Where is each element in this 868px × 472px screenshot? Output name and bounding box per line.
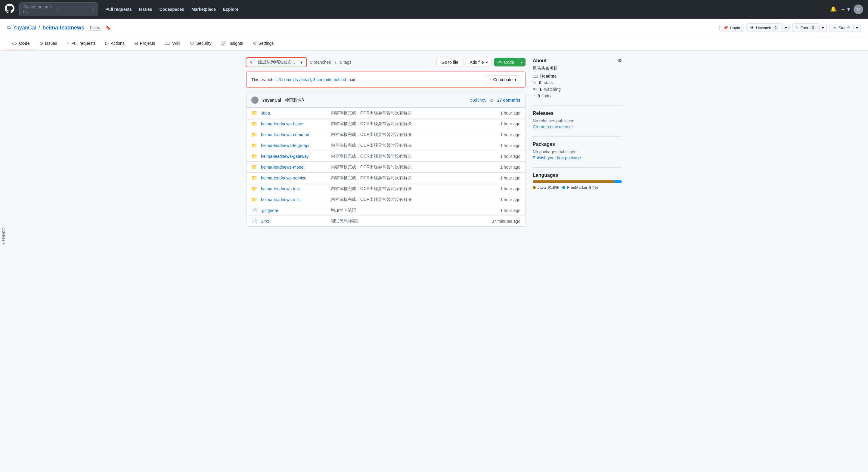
tab-settings[interactable]: ⚙ Settings xyxy=(248,37,279,50)
tab-projects[interactable]: ⊞ Projects xyxy=(129,37,160,50)
tab-pr-label: Pull requests xyxy=(71,41,96,46)
sidebar-releases-title: Releases xyxy=(533,111,622,116)
octotree-panel[interactable]: Octotree ≡ xyxy=(0,225,7,234)
freemarker-lang-segment xyxy=(614,180,622,183)
stars-count-link[interactable]: 0 xyxy=(539,80,541,85)
ahead-behind-bar: This branch is 3 commits ahead, 3 commit… xyxy=(246,72,526,88)
commit-hash-link[interactable]: 56d34c9 xyxy=(470,98,486,103)
fork-button[interactable]: ⑂ Fork 0 xyxy=(792,24,819,32)
add-file-button[interactable]: Add file ▾ xyxy=(466,58,492,66)
commits-ahead-link[interactable]: 3 commits ahead xyxy=(279,77,311,82)
add-button[interactable]: ＋ ▾ xyxy=(840,6,850,13)
file-time: 1 hour ago xyxy=(500,143,520,148)
tab-projects-label: Projects xyxy=(140,41,155,46)
nav-explore[interactable]: Explore xyxy=(220,5,241,13)
file-icon: 📄 xyxy=(251,207,257,213)
goto-file-button[interactable]: Go to file xyxy=(436,58,464,66)
file-name-link[interactable]: heima-leadnews-basic xyxy=(261,122,327,126)
sidebar-about-title: About ⚙ xyxy=(533,58,622,63)
repo-sidebar: About ⚙ 黑马头条项目 📖 Readme ☆ 0 stars 👁 1 wa… xyxy=(533,58,622,227)
file-commit-message: 内容审核完成，OCR出现异常暂时没有解决 xyxy=(331,121,497,127)
file-name-link[interactable]: heima-leadnews-model xyxy=(261,165,327,170)
commits-behind-link[interactable]: 3 commits behind xyxy=(313,77,346,82)
unwatch-button[interactable]: 👁 Unwatch 1 xyxy=(746,24,782,32)
unpin-label: Unpin xyxy=(730,26,740,30)
tab-pull-requests[interactable]: ⑂ Pull requests xyxy=(62,37,100,50)
publish-package-link[interactable]: Publish your first package xyxy=(533,156,581,160)
star-button[interactable]: ☆ Star 0 xyxy=(829,24,854,32)
code-button[interactable]: <> Code xyxy=(494,58,518,66)
main-wrapper: ⑂ 延迟队列精准发布... ▾ 5 branches 🏷 0 tags Go t… xyxy=(241,50,627,234)
tab-code[interactable]: <> Code xyxy=(7,37,35,50)
tab-insights[interactable]: 📈 Insights xyxy=(216,37,248,50)
tab-security[interactable]: 🛡 Security xyxy=(185,37,216,50)
create-release-link[interactable]: Create a new release xyxy=(533,125,573,129)
folder-icon: 📁 xyxy=(251,110,257,116)
readme-link[interactable]: Readme xyxy=(540,74,557,78)
java-lang-dot xyxy=(533,186,536,189)
freemarker-lang-dot xyxy=(562,186,565,189)
file-row: 📁 heima-leadnews-service 内容审核完成，OCR出现异常暂… xyxy=(247,173,525,183)
unpin-button[interactable]: 📌 Unpin xyxy=(719,24,744,32)
branches-link[interactable]: 5 branches xyxy=(310,60,331,65)
top-navigation: Search or jump to... / Pull requests Iss… xyxy=(0,0,868,19)
languages-label: Languages xyxy=(533,173,558,178)
file-name-link[interactable]: heima-leadnews-gateway xyxy=(261,154,327,159)
actions-tab-icon: ▷ xyxy=(105,41,109,46)
star-dropdown[interactable]: ▾ xyxy=(854,24,861,32)
user-avatar[interactable]: U xyxy=(854,4,863,14)
unwatch-label: Unwatch xyxy=(756,26,771,30)
tags-link[interactable]: 🏷 0 tags xyxy=(334,60,351,65)
no-releases-text: No releases published xyxy=(533,119,622,123)
nav-issues[interactable]: Issues xyxy=(136,5,155,13)
notification-button[interactable]: 🔔 xyxy=(830,6,837,13)
file-name-link[interactable]: .gitignore xyxy=(261,208,327,213)
file-name-link[interactable]: heima-leadnews-common xyxy=(261,132,327,137)
repo-name-link[interactable]: heima-leadnews xyxy=(42,25,84,31)
file-name-link[interactable]: heima-leadnews-test xyxy=(261,187,327,191)
code-dropdown-button[interactable]: ▾ xyxy=(518,58,526,66)
file-name-link[interactable]: heima-leadnews-utils xyxy=(261,197,327,202)
top-nav-right: 🔔 ＋ ▾ U xyxy=(830,4,863,14)
contribute-button[interactable]: ⑂ Contribute ▾ xyxy=(485,75,520,84)
file-commit-message: 内容审核完成，OCR出现异常暂时没有解决 xyxy=(331,143,497,148)
projects-tab-icon: ⊞ xyxy=(134,41,138,46)
branch-name: 延迟队列精准发布... xyxy=(255,60,298,65)
tags-label: tags xyxy=(343,60,351,65)
sidebar-settings-gear[interactable]: ⚙ xyxy=(618,58,622,63)
tab-issues[interactable]: ⊙ Issues xyxy=(35,37,62,50)
forks-count-link[interactable]: 0 xyxy=(537,94,540,98)
ab-prefix: This branch is xyxy=(251,77,278,82)
tab-issues-label: Issues xyxy=(45,41,57,46)
sidebar-divider-2 xyxy=(533,136,622,137)
watching-count-link[interactable]: 1 xyxy=(539,87,542,92)
bookmark-icon[interactable]: 🔖 xyxy=(106,25,111,30)
code-tab-icon: <> xyxy=(12,41,18,46)
branch-selector[interactable]: ⑂ 延迟队列精准发布... ▾ xyxy=(246,58,306,67)
tab-wiki[interactable]: 📖 Wiki xyxy=(160,37,185,50)
commits-count-link[interactable]: 27 commits xyxy=(497,98,520,103)
nav-codespaces[interactable]: Codespaces xyxy=(156,5,187,13)
file-row: 📁 heima-leadnews-utils 内容审核完成，OCR出现异常暂时没… xyxy=(247,194,525,205)
search-box[interactable]: Search or jump to... / xyxy=(19,2,97,16)
github-logo[interactable] xyxy=(5,4,14,15)
nav-marketplace[interactable]: Marketplace xyxy=(188,5,219,13)
file-time: 1 hour ago xyxy=(500,208,520,213)
tab-actions[interactable]: ▷ Actions xyxy=(100,37,129,50)
file-commit-message: 内容审核完成，OCR出现异常暂时没有解决 xyxy=(331,132,497,137)
file-name-link[interactable]: .idea xyxy=(261,111,327,115)
commit-author-name[interactable]: YuyanCai xyxy=(262,98,281,103)
freemarker-lang-percent: 8.4% xyxy=(589,185,598,190)
file-name-link[interactable]: heima-leadnews-service xyxy=(261,176,327,180)
repo-visibility-badge: Public xyxy=(87,25,103,31)
pr-tab-icon: ⑂ xyxy=(67,41,69,46)
repo-owner-link[interactable]: YuyanCai xyxy=(13,25,36,31)
tags-icon: 🏷 xyxy=(334,60,339,65)
unwatch-dropdown[interactable]: ▾ xyxy=(782,24,790,32)
fork-dropdown[interactable]: ▾ xyxy=(819,24,827,32)
nav-pull-requests[interactable]: Pull requests xyxy=(102,5,135,13)
file-name-link[interactable]: 1.txt xyxy=(261,219,327,224)
contribute-icon: ⑂ xyxy=(489,77,491,82)
file-name-link[interactable]: heima-leadnews-feign-api xyxy=(261,143,327,148)
top-nav-links: Pull requests Issues Codespaces Marketpl… xyxy=(102,5,241,13)
